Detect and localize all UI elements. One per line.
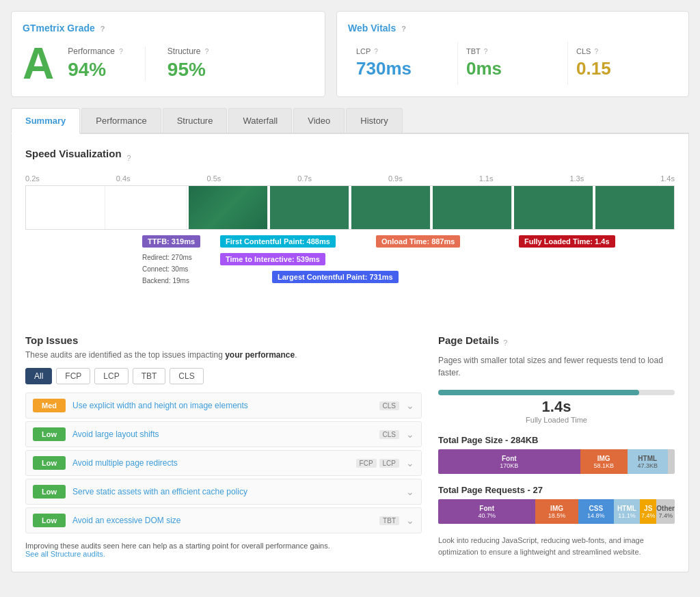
speed-viz-help[interactable]: ? [127,154,131,162]
page-details-footer: Look into reducing JavaScript, reducing … [438,535,675,557]
cls-vital: CLS ? 0.15 [568,42,677,85]
issue-text-3: Avoid multiple page redirects [72,458,349,468]
speed-viz-title: Speed Visualization [25,148,122,159]
issue-text-5: Avoid an excessive DOM size [72,516,373,525]
req-css-seg: CSS 14.8% [578,499,614,524]
top-issues-section: Top Issues These audits are identified a… [25,334,422,558]
issue-tags-1: CLS [379,401,399,410]
issue-tags-3: FCP LCP [356,459,399,468]
issue-tags-5: TBT [379,516,399,525]
tl-0: 0.2s [25,174,40,183]
tab-performance[interactable]: Performance [81,108,161,133]
issue-chevron-5[interactable]: ⌄ [406,515,414,526]
grade-card: GTmetrix Grade ? A Performance ? 94% [11,11,325,97]
frame-3 [189,186,268,229]
issue-chevron-4[interactable]: ⌄ [406,486,414,497]
size-stacked-bar: Font 170KB IMG 58.1KB HTML 47.3KB [438,449,675,474]
top-issues-subtitle: These audits are identified as the top i… [25,350,422,360]
lcp-label: LCP ? [356,47,449,55]
total-requests-section: Total Page Requests - 27 Font 40.7% IMG … [438,485,675,524]
tabs-bar: Summary Performance Structure Waterfall … [11,108,689,134]
tti-bar: Time to Interactive: 539ms [220,253,325,265]
tab-video[interactable]: Video [293,108,345,133]
fully-loaded-annotation: Fully Loaded Time: 1.4s [519,235,615,249]
lcp-bar: Largest Contentful Paint: 731ms [272,271,399,283]
tl-3: 0.7s [297,174,312,183]
issue-row-3[interactable]: Low Avoid multiple page redirects FCP LC… [25,450,422,476]
tab-waterfall[interactable]: Waterfall [228,108,292,133]
issue-tags-2: CLS [379,430,399,439]
lcp-vital: LCP ? 730ms [348,42,458,85]
tab-history[interactable]: History [346,108,402,133]
filter-all[interactable]: All [25,368,52,384]
frame-2 [107,186,187,229]
fully-loaded-value: 1.4s [438,398,675,416]
issue-text-2: Avoid large layout shifts [72,429,373,439]
tl-2: 0.5s [206,174,221,183]
tab-structure[interactable]: Structure [163,108,228,133]
grade-letter: A [23,42,54,85]
ttfb-annotation: TTFB: 319ms [142,235,200,249]
see-all-audits-link[interactable]: See all Structure audits. [25,550,105,558]
tab-summary[interactable]: Summary [11,108,80,134]
filter-cls[interactable]: CLS [170,368,203,384]
frame-4 [270,186,349,229]
fully-loaded-bar-fill [438,390,639,395]
size-font-seg: Font 170KB [438,449,580,474]
fully-loaded-bar-chart [438,390,675,395]
issue-chevron-2[interactable]: ⌄ [406,429,414,440]
performance-help[interactable]: ? [119,48,123,55]
frame-5 [351,186,431,229]
onload-bar: Onload Time: 887ms [376,235,460,248]
page-details-title: Page Details [438,334,499,346]
web-vitals-help-icon[interactable]: ? [401,25,406,33]
issue-chevron-3[interactable]: ⌄ [406,457,414,468]
fcp-bar: First Contentful Paint: 488ms [220,235,336,248]
main-content: Speed Visualization ? 0.2s 0.4s 0.5s 0.7… [11,134,689,572]
tl-4: 0.9s [388,174,403,183]
two-col-layout: Top Issues These audits are identified a… [25,334,675,558]
issue-text-4: Serve static assets with an efficient ca… [72,487,392,496]
tbt-value: 0ms [466,58,559,79]
tl-7: 1.4s [660,174,675,183]
page-details-help[interactable]: ? [503,339,507,347]
web-vitals-card: Web Vitals ? LCP ? 730ms TBT ? 0ms [336,11,689,97]
issue-badge-1: Med [33,399,66,412]
cls-label: CLS ? [576,47,669,55]
req-js-seg: JS 7.4% [640,499,656,524]
page-details-section: Page Details ? Pages with smaller total … [438,334,675,558]
lcp-value: 730ms [356,58,449,79]
structure-metric: Structure ? 95% [167,47,209,81]
issue-chevron-1[interactable]: ⌄ [406,400,414,411]
structure-label: Structure ? [167,47,209,56]
metric-divider [145,47,146,81]
issue-row-1[interactable]: Med Use explicit width and height on ima… [25,393,422,419]
annotations-container: TTFB: 319ms Redirect: 270msConnect: 30ms… [25,235,675,321]
total-size-title: Total Page Size - 284KB [438,435,675,445]
filter-buttons: All FCP LCP TBT CLS [25,368,422,384]
issue-row-2[interactable]: Low Avoid large layout shifts CLS ⌄ [25,421,422,447]
total-requests-title: Total Page Requests - 27 [438,485,675,495]
ttfb-bar: TTFB: 319ms [142,235,200,248]
frame-8 [595,186,674,229]
tl-6: 1.3s [569,174,584,183]
filter-fcp[interactable]: FCP [56,368,90,384]
issue-row-5[interactable]: Low Avoid an excessive DOM size TBT ⌄ [25,507,422,533]
speed-visualization: Speed Visualization ? 0.2s 0.4s 0.5s 0.7… [25,148,675,321]
cls-help[interactable]: ? [594,48,598,55]
filter-lcp[interactable]: LCP [94,368,128,384]
tbt-vital: TBT ? 0ms [458,42,568,85]
size-html-seg: HTML 47.3KB [628,449,668,474]
tbt-help[interactable]: ? [484,48,488,55]
gtmetrix-grade-label: GTmetrix Grade ? [23,23,314,34]
filter-tbt[interactable]: TBT [133,368,166,384]
performance-metric: Performance ? 94% [68,47,123,81]
issue-tag-tbt: TBT [379,516,399,525]
gtmetrix-help-icon[interactable]: ? [100,25,105,33]
performance-value: 94% [68,59,123,81]
lcp-help[interactable]: ? [374,48,378,55]
issue-row-4[interactable]: Low Serve static assets with an efficien… [25,479,422,505]
structure-value: 95% [167,59,209,81]
frame-7 [514,186,593,229]
structure-help[interactable]: ? [205,48,209,55]
